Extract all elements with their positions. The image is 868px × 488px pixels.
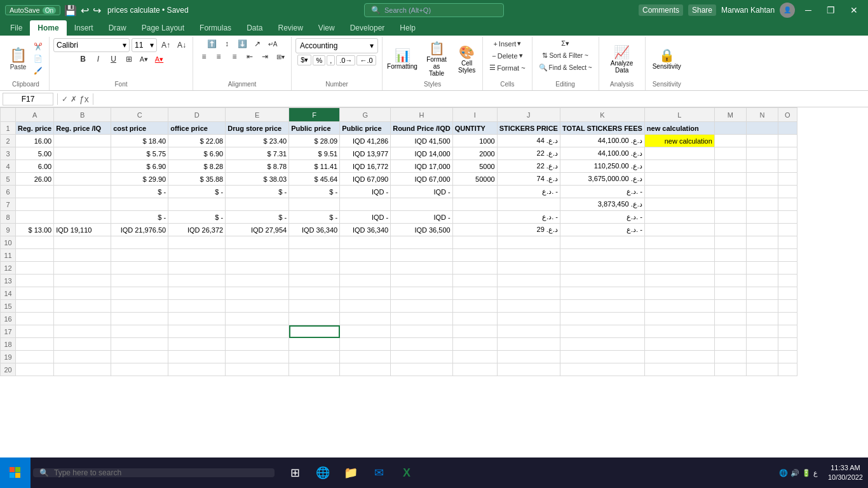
cell[interactable] <box>746 338 778 351</box>
cell[interactable] <box>714 363 746 376</box>
cell[interactable] <box>289 363 340 376</box>
cell[interactable] <box>289 262 340 274</box>
cell[interactable] <box>391 262 452 274</box>
cell[interactable] <box>391 249 452 262</box>
cell[interactable] <box>560 287 644 300</box>
cell[interactable] <box>340 249 391 262</box>
cell[interactable] <box>714 274 746 287</box>
cell[interactable] <box>111 274 168 287</box>
cell[interactable] <box>226 249 289 262</box>
font-color-button[interactable]: A▾ <box>153 53 166 65</box>
file-explorer-taskbar-button[interactable]: 📁 <box>338 458 363 488</box>
cell[interactable]: new calculation <box>644 135 714 147</box>
cell[interactable] <box>168 313 226 325</box>
cell[interactable] <box>340 262 391 274</box>
cell[interactable] <box>644 287 714 300</box>
cell[interactable] <box>778 135 797 147</box>
cell[interactable] <box>714 135 746 147</box>
cell[interactable] <box>778 198 797 211</box>
cell[interactable]: $ 8.78 <box>226 160 289 173</box>
col-header-E[interactable]: E <box>226 108 289 122</box>
taskbar-search-input[interactable] <box>54 468 268 477</box>
cell[interactable]: IQD 36,340 <box>289 224 340 236</box>
cell[interactable] <box>714 287 746 300</box>
tab-review[interactable]: Review <box>270 20 310 36</box>
cell[interactable] <box>111 313 168 325</box>
cell[interactable]: IQD 67,090 <box>340 173 391 186</box>
cell[interactable]: $ - <box>168 186 226 198</box>
cell[interactable] <box>168 274 226 287</box>
format-button[interactable]: ☰ Format ~ <box>487 62 527 73</box>
col-header-O[interactable]: O <box>778 108 797 122</box>
cell[interactable] <box>778 173 797 186</box>
cell[interactable]: Reg. price <box>16 122 54 135</box>
cell[interactable] <box>111 236 168 249</box>
cell[interactable]: د.ع. 29 <box>497 224 560 236</box>
function-insert[interactable]: ƒx <box>79 94 89 104</box>
undo-icon[interactable]: ↩ <box>81 4 89 17</box>
cell[interactable] <box>391 363 452 376</box>
cell[interactable] <box>714 186 746 198</box>
cell[interactable] <box>714 300 746 313</box>
cell[interactable] <box>340 351 391 363</box>
cell[interactable]: $ - <box>226 211 289 224</box>
cell[interactable] <box>714 313 746 325</box>
row-number-13[interactable]: 13 <box>1 274 16 287</box>
cell[interactable] <box>497 300 560 313</box>
cell[interactable]: IQD 67,000 <box>391 173 452 186</box>
cell[interactable] <box>391 274 452 287</box>
cell[interactable] <box>168 236 226 249</box>
tab-view[interactable]: View <box>311 20 342 36</box>
cell[interactable] <box>644 249 714 262</box>
row-number-12[interactable]: 12 <box>1 262 16 274</box>
cell[interactable] <box>340 198 391 211</box>
cell[interactable] <box>16 338 54 351</box>
cell[interactable] <box>340 325 391 338</box>
cell[interactable] <box>644 224 714 236</box>
cell[interactable] <box>54 313 111 325</box>
paste-button[interactable]: 📋 Paste <box>6 46 30 72</box>
cell[interactable] <box>54 325 111 338</box>
cell[interactable] <box>16 186 54 198</box>
cell[interactable] <box>452 287 497 300</box>
edge-taskbar-button[interactable]: 🌐 <box>310 458 336 488</box>
cell[interactable]: د.ع. 74 <box>497 173 560 186</box>
row-number-5[interactable]: 5 <box>1 173 16 186</box>
cell[interactable]: $ - <box>111 186 168 198</box>
cell[interactable] <box>714 262 746 274</box>
cell[interactable] <box>778 338 797 351</box>
cell[interactable] <box>644 211 714 224</box>
cell[interactable] <box>54 147 111 160</box>
cell[interactable] <box>54 338 111 351</box>
sum-button[interactable]: Σ▾ <box>559 38 572 49</box>
cell[interactable] <box>560 363 644 376</box>
minimize-button[interactable]: ─ <box>800 5 817 15</box>
cell[interactable] <box>778 274 797 287</box>
cell[interactable] <box>644 186 714 198</box>
cell[interactable]: $ 29.90 <box>111 173 168 186</box>
function-confirm[interactable]: ✓ <box>62 95 68 104</box>
cell[interactable]: $ 45.64 <box>289 173 340 186</box>
cell[interactable] <box>54 160 111 173</box>
tab-developer[interactable]: Developer <box>342 20 393 36</box>
italic-button[interactable]: I <box>92 53 105 65</box>
cell[interactable] <box>452 325 497 338</box>
cell[interactable] <box>54 211 111 224</box>
format-painter-button[interactable]: 🖌️ <box>31 65 45 76</box>
cell[interactable] <box>16 325 54 338</box>
battery-icon[interactable]: 🔋 <box>802 469 811 477</box>
cell[interactable] <box>54 186 111 198</box>
cell[interactable]: IQD 14,000 <box>391 147 452 160</box>
cell[interactable] <box>54 236 111 249</box>
cell[interactable] <box>644 198 714 211</box>
cell[interactable] <box>497 262 560 274</box>
taskbar-search[interactable]: 🔍 <box>33 468 275 477</box>
cell[interactable]: $ 23.40 <box>226 135 289 147</box>
cell[interactable] <box>714 198 746 211</box>
cell[interactable]: 5.00 <box>16 147 54 160</box>
comma-button[interactable]: , <box>327 55 335 65</box>
cell[interactable] <box>289 338 340 351</box>
cell[interactable] <box>289 249 340 262</box>
cell[interactable]: IQD - <box>391 211 452 224</box>
cell[interactable] <box>778 351 797 363</box>
